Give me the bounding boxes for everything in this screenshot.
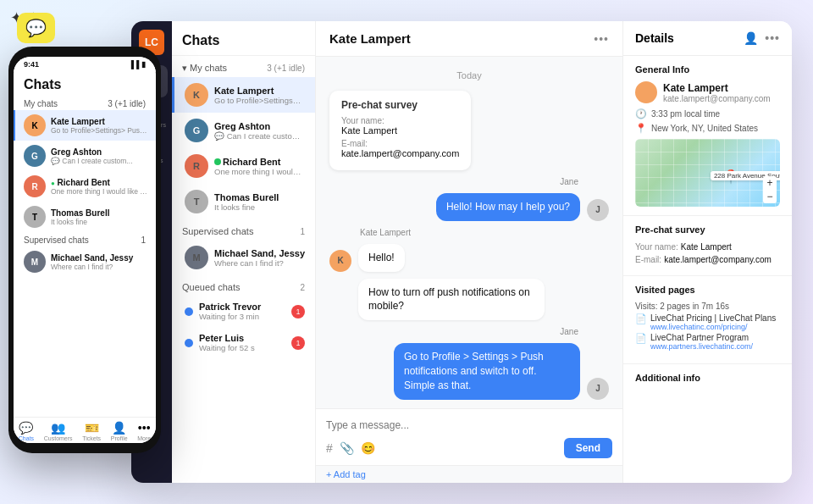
user-email: kate.lampert@company.com xyxy=(663,94,771,103)
chat-preview-greg: 💬 Can I create custom... xyxy=(214,131,305,141)
avatar-richard: R xyxy=(185,154,208,178)
visit-page-info-2: LiveChat Partner Program www.partners.li… xyxy=(650,333,753,351)
attachment-icon[interactable]: 📎 xyxy=(340,441,354,455)
phone-time: 9:41 xyxy=(24,60,39,69)
visit-url-2[interactable]: www.partners.livechatinc.com/ xyxy=(650,342,753,351)
queued-dot-peter xyxy=(185,339,193,347)
survey-details: Your name: Kate Lampert E-mail: kate.lam… xyxy=(635,241,780,264)
chat-preview-michael: Where can I find it? xyxy=(214,258,305,268)
chat-item-michael[interactable]: M Michael Sand, Jessy Where can I find i… xyxy=(172,240,315,275)
customers-nav-label: Customers xyxy=(44,435,73,441)
profile-nav-icon: 👤 xyxy=(112,421,126,435)
phone-header: Chats xyxy=(14,72,156,96)
phone-nav-customers[interactable]: 👥 Customers xyxy=(44,421,73,441)
phone-chat-item-kate[interactable]: K Kate Lampert Go to Profile>Settings> P… xyxy=(14,110,156,141)
user-avatar-sm xyxy=(635,81,657,103)
chat-preview-thomas: It looks fine xyxy=(214,202,305,212)
zoom-out-button[interactable]: − xyxy=(763,190,777,203)
avatar-thomas: T xyxy=(185,190,208,213)
tickets-nav-label: Tickets xyxy=(82,435,101,441)
map: 📍 228 Park Avenue South + − xyxy=(635,139,780,207)
local-time: 3:33 pm local time xyxy=(651,109,720,119)
phone-chat-preview-greg: 💬 Can I create custom... xyxy=(51,157,147,165)
phone-avatar-greg: G xyxy=(24,145,46,167)
chat-info-kate: Kate Lampert Go to Profile>Settings> Pus… xyxy=(214,86,305,105)
phone-supervised-label: Supervised chats xyxy=(24,235,89,245)
survey-email-row: E-mail: kate.lampert@company.com xyxy=(635,254,780,264)
phone-chat-preview-thomas: It looks fine xyxy=(51,218,147,226)
chat-info-richard: Richard Bent One more thing I would like… xyxy=(214,157,305,176)
visit-page-2: 📄 LiveChat Partner Program www.partners.… xyxy=(635,333,780,351)
phone-avatar-michael: M xyxy=(24,251,46,273)
phone-chat-name-michael: Michael Sand, Jessy xyxy=(51,253,147,263)
chat-main: Kate Lampert ••• Today Pre-chat survey Y… xyxy=(316,21,622,483)
phone-nav-more[interactable]: ••• More xyxy=(137,421,151,441)
page-icon-1: 📄 xyxy=(635,313,647,324)
phone-chat-info-kate: Kate Lampert Go to Profile>Settings> Pus… xyxy=(51,117,147,135)
chat-info-peter: Peter Luis Waiting for 52 s xyxy=(199,333,285,352)
chat-list-panel: Chats ▾ My chats 3 (+1 idle) K Kate Lamp… xyxy=(172,21,316,483)
visited-pages-section: Visited pages Visits: 2 pages in 7m 16s … xyxy=(623,276,792,364)
phone-chat-info-richard: ● Richard Bent One more thing I would li… xyxy=(51,178,147,196)
visit-url-1[interactable]: www.livechatinc.com/pricing/ xyxy=(650,323,776,331)
badge-patrick: 1 xyxy=(291,305,305,318)
phone-chat-item-richard[interactable]: R ● Richard Bent One more thing I would … xyxy=(14,171,156,202)
zoom-in-button[interactable]: + xyxy=(763,176,777,190)
location: New York, NY, United States xyxy=(651,124,758,133)
visit-stats: Visits: 2 pages in 7m 16s 📄 LiveChat Pri… xyxy=(635,302,780,351)
phone-chat-item-michael[interactable]: M Michael Sand, Jessy Where can I find i… xyxy=(14,246,156,277)
hashtag-icon[interactable]: # xyxy=(326,441,333,455)
phone-my-chats-count: 3 (+1 idle) xyxy=(108,99,146,108)
chat-item-patrick[interactable]: Patrick Trevor Waiting for 3 min 1 xyxy=(172,296,315,327)
send-button[interactable]: Send xyxy=(564,438,612,458)
chat-item-greg[interactable]: G Greg Ashton 💬 Can I create custom... xyxy=(172,113,315,148)
emoji-icon[interactable]: 😊 xyxy=(361,441,375,455)
survey-email-value: kate.lampert@company.com xyxy=(341,148,459,158)
details-options-button[interactable]: ••• xyxy=(765,31,780,45)
badge-peter: 1 xyxy=(291,336,305,350)
chat-preview-richard: One more thing I would like to a... xyxy=(214,167,305,176)
location-icon: 📍 xyxy=(635,123,647,134)
survey-name-label: Your name: xyxy=(341,116,459,125)
survey-title: Pre-chat survey xyxy=(341,99,459,111)
chat-input-area: # 📎 😊 Send xyxy=(316,408,622,465)
phone-supervised-count: 1 xyxy=(141,235,146,245)
page-icon-2: 📄 xyxy=(635,333,647,344)
chat-options-button[interactable]: ••• xyxy=(594,32,609,46)
phone-chat-item-greg[interactable]: G Greg Ashton 💬 Can I create custom... xyxy=(14,141,156,171)
msg-sender-jane-1: Jane xyxy=(329,177,578,186)
chat-input-toolbar: # 📎 😊 Send xyxy=(326,438,612,458)
bubble-jane-1: Hello! How may I help you? xyxy=(436,193,580,221)
survey-msg-row: Pre-chat survey Your name: Kate Lampert … xyxy=(329,91,609,170)
phone-chat-item-thomas[interactable]: T Thomas Burell It looks fine xyxy=(14,202,156,232)
phone-my-chats-label: My chats xyxy=(24,99,58,108)
phone-nav-profile[interactable]: 👤 Profile xyxy=(111,421,128,441)
person-icon[interactable]: 👤 xyxy=(744,31,758,45)
phone-signal: ▐▐ ▮ xyxy=(129,60,146,69)
phone-avatar-thomas: T xyxy=(24,206,46,228)
chat-item-richard[interactable]: R Richard Bent One more thing I would li… xyxy=(172,148,315,184)
phone-chat-name-richard: ● Richard Bent xyxy=(51,178,147,187)
chat-name-peter: Peter Luis xyxy=(199,333,285,343)
phone-supervised-section: Supervised chats 1 xyxy=(14,232,156,246)
chat-name-michael: Michael Sand, Jessy xyxy=(214,248,305,258)
bubble-jane-2: Go to Profile > Settings > Push notifica… xyxy=(394,343,580,399)
decoration: ✦ ✦ 💬 xyxy=(17,13,55,43)
survey-bubble: Pre-chat survey Your name: Kate Lampert … xyxy=(329,91,471,170)
chat-item-kate[interactable]: K Kate Lampert Go to Profile>Settings> P… xyxy=(172,77,315,113)
chat-item-peter[interactable]: Peter Luis Waiting for 52 s 1 xyxy=(172,327,315,358)
phone-nav-tickets[interactable]: 🎫 Tickets xyxy=(82,421,101,441)
add-tag[interactable]: + Add tag xyxy=(316,465,622,483)
avatar-kate: K xyxy=(185,83,208,107)
general-info-section: General Info Kate Lampert kate.lampert@c… xyxy=(623,56,792,216)
chat-info-greg: Greg Ashton 💬 Can I create custom... xyxy=(214,121,305,141)
phone-chat-info-thomas: Thomas Burell It looks fine xyxy=(51,208,147,226)
phone-nav-chats[interactable]: 💬 Chats xyxy=(19,421,34,441)
my-chats-section: ▾ My chats 3 (+1 idle) xyxy=(172,56,315,77)
chat-item-thomas[interactable]: T Thomas Burell It looks fine xyxy=(172,184,315,219)
survey-email-lbl: E-mail: xyxy=(635,255,661,264)
survey-email-label: E-mail: xyxy=(341,139,459,148)
visit-page-info-1: LiveChat Pricing | LiveChat Plans www.li… xyxy=(650,313,776,331)
survey-name-row: Your name: Kate Lampert xyxy=(635,241,780,252)
chat-input[interactable] xyxy=(326,416,612,435)
